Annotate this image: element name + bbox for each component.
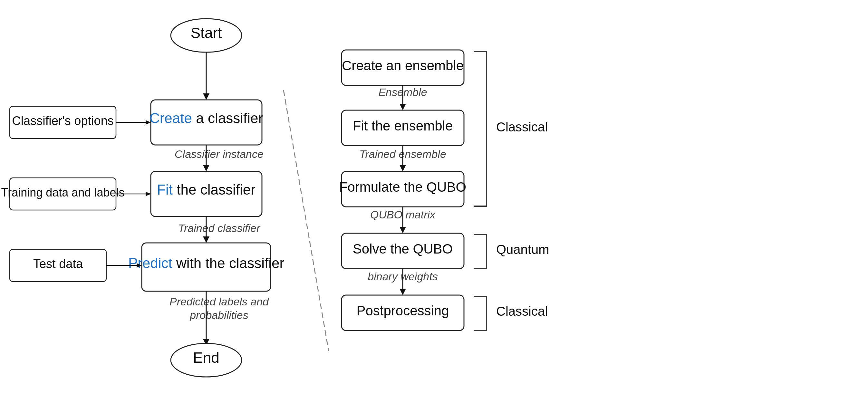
end-label: End xyxy=(193,349,219,366)
diagram-container: Start Create a classifier Classifier's o… xyxy=(0,0,868,403)
create-ensemble-label: Create an ensemble xyxy=(342,58,464,73)
start-label: Start xyxy=(190,25,222,41)
predict-classifier-label: Predict with the classifier xyxy=(128,255,284,271)
classical-top-label: Classical xyxy=(496,120,548,134)
training-data-label: Training data and labels xyxy=(1,186,125,199)
svg-marker-14 xyxy=(203,237,210,243)
svg-marker-12 xyxy=(146,192,151,196)
postprocessing-label: Postprocessing xyxy=(356,303,449,318)
fit-ensemble-label: Fit the ensemble xyxy=(353,118,453,133)
svg-line-22 xyxy=(283,90,329,351)
classifiers-options-label: Classifier's options xyxy=(12,114,114,128)
classical-bottom-label: Classical xyxy=(496,304,548,318)
create-classifier-label: Create a classifier xyxy=(150,110,263,126)
quantum-label: Quantum xyxy=(496,242,549,256)
predicted-probabilities-label: probabilities xyxy=(189,309,248,321)
formulate-qubo-label: Formulate the QUBO xyxy=(339,180,466,194)
svg-marker-28 xyxy=(400,165,406,172)
classifier-instance-label: Classifier instance xyxy=(175,148,264,160)
svg-marker-25 xyxy=(400,104,406,110)
test-data-label: Test data xyxy=(33,257,83,271)
solve-qubo-label: Solve the QUBO xyxy=(353,241,453,256)
predicted-labels-label: Predicted labels and xyxy=(169,296,269,308)
svg-marker-34 xyxy=(400,289,406,295)
svg-marker-8 xyxy=(203,165,210,172)
trained-classifier-label: Trained classifier xyxy=(178,222,261,234)
svg-marker-31 xyxy=(400,227,406,233)
svg-marker-2 xyxy=(203,93,210,100)
fit-classifier-label: Fit the classifier xyxy=(157,182,255,197)
